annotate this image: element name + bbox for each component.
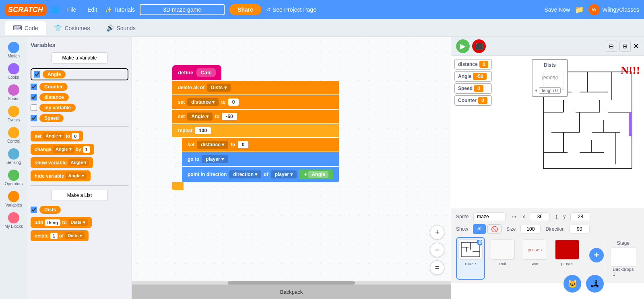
green-flag-button[interactable]: ▶ [456, 39, 470, 53]
var-badge-angle[interactable]: Angle [43, 70, 66, 78]
canvas-scrollbar[interactable] [132, 281, 451, 285]
block-hide-angle[interactable]: hide variable Angle ▾ [31, 170, 128, 181]
block-set-angle[interactable]: set Angle ▾ to 0 [31, 131, 128, 141]
angle-val[interactable]: -50 [222, 113, 237, 120]
angle-dropdown4[interactable]: Angle ▾ [66, 172, 87, 179]
dists-list-dropdown[interactable]: Dists ▾ [207, 84, 231, 92]
edit-menu[interactable]: Edit [84, 5, 100, 14]
set-block[interactable]: set Angle ▾ to 0 [31, 131, 83, 141]
dists-dropdown[interactable]: Dists ▾ [68, 219, 88, 226]
make-list-button[interactable]: Make a List [52, 190, 108, 201]
delete-num-value[interactable]: 1 [50, 233, 58, 239]
block-show-angle[interactable]: show variable Angle ▾ [31, 157, 128, 168]
tab-sounds[interactable]: 🔊 Sounds [98, 21, 144, 35]
sidebar-item-events[interactable]: Events [2, 104, 26, 124]
sidebar-item-control[interactable]: Control [2, 125, 26, 145]
angle-dropdown-canvas[interactable]: Angle ▾ [187, 113, 213, 121]
tab-code[interactable]: ⌨ Code [5, 21, 46, 35]
zoom-fit-button[interactable]: = [430, 260, 444, 275]
add-sprite-button[interactable]: + [589, 248, 604, 262]
hide-variable-block[interactable]: hide variable Angle ▾ [31, 170, 91, 181]
scratch-logo[interactable]: SCRATCH [5, 4, 46, 16]
show-visible-button[interactable]: 👁 [473, 224, 486, 234]
angle-dropdown2[interactable]: Angle ▾ [53, 146, 74, 153]
layout-large-button[interactable]: ⊞ [619, 41, 631, 52]
thing-value[interactable]: thing [45, 219, 60, 226]
save-now-button[interactable]: Save Now [544, 6, 570, 13]
x-input[interactable] [530, 212, 550, 221]
dists-dropdown2[interactable]: Dists ▾ [65, 232, 85, 239]
y-input[interactable] [570, 212, 590, 221]
show-hidden-button[interactable]: 🚫 [487, 224, 502, 234]
make-variable-button[interactable]: Make a Variable [52, 52, 108, 63]
backpack-bar[interactable]: Backpack [132, 285, 451, 299]
change-angle-value[interactable]: 1 [83, 146, 90, 153]
block-delete-dists[interactable]: delete 1 of Dists ▾ [31, 230, 128, 241]
folder-button[interactable]: 📁 [575, 5, 584, 14]
var-checkbox-counter[interactable] [31, 84, 37, 90]
var-badge-counter[interactable]: Counter [39, 83, 68, 91]
size-input[interactable] [520, 225, 541, 233]
direction-dropdown[interactable]: direction ▾ [229, 170, 261, 178]
player-dropdown[interactable]: player ▾ [202, 155, 228, 163]
sidebar-item-sensing[interactable]: Sensing [2, 147, 26, 166]
distance-inner-val[interactable]: 0 [238, 141, 249, 148]
goto-block[interactable]: go to player ▾ [182, 152, 339, 166]
sidebar-item-myblocks[interactable]: My Blocks [2, 211, 26, 230]
sprite-item-player[interactable]: player [553, 237, 582, 280]
set-angle-block[interactable]: set Angle ▾ to -50 [172, 110, 339, 123]
var-checkbox-myvariable[interactable] [31, 104, 37, 111]
block-add-dists[interactable]: add thing to Dists ▾ [31, 217, 128, 228]
tab-costumes[interactable]: 👕 Costumes [46, 21, 98, 35]
user-button[interactable]: W WiingyClasses [588, 4, 639, 15]
share-button[interactable]: Share [229, 4, 261, 15]
sprite-item-win[interactable]: you win win [520, 237, 549, 280]
var-checkbox-distance[interactable] [31, 94, 37, 100]
add-sprite-cat-button[interactable]: 🐱 [564, 275, 581, 293]
fullscreen-button[interactable]: ✕ [633, 42, 639, 51]
var-badge-myvariable[interactable]: my variable [39, 104, 76, 112]
file-menu[interactable]: File [64, 5, 80, 14]
delete-all-block[interactable]: delete all of Dists ▾ [172, 81, 339, 94]
sprite-item-maze[interactable]: 🗑 maze [456, 237, 485, 280]
sidebar-item-motion[interactable]: Motion [2, 40, 26, 60]
angle-dropdown[interactable]: Angle ▾ [43, 133, 64, 139]
stop-button[interactable]: ⬛ [472, 39, 486, 53]
direction-input[interactable] [570, 225, 590, 233]
project-title-input[interactable] [140, 4, 225, 15]
zoom-out-button[interactable]: − [430, 243, 444, 257]
var-checkbox-dists[interactable] [31, 207, 37, 213]
delete-from-list-block[interactable]: delete 1 of Dists ▾ [31, 230, 89, 241]
sidebar-item-variables[interactable]: Variables [2, 189, 26, 209]
add-backdrop-cat-button[interactable]: 🏞 [586, 275, 604, 293]
sprite-delete-maze[interactable]: 🗑 [477, 240, 483, 246]
player-dropdown2[interactable]: player ▾ [271, 170, 297, 178]
set-distance-inner-block[interactable]: set distance ▾ to 0 [182, 138, 339, 152]
var-checkbox-angle[interactable] [34, 71, 40, 78]
sprite-name-input[interactable] [473, 212, 506, 221]
zoom-in-button[interactable]: + [430, 225, 444, 240]
sidebar-item-sound[interactable]: Sound [2, 83, 26, 102]
see-project-button[interactable]: ↺ See Project Page [266, 6, 316, 13]
point-direction-block[interactable]: point in direction direction ▾ of player… [182, 167, 339, 182]
distance-dropdown[interactable]: distance ▾ [187, 98, 219, 106]
block-change-angle[interactable]: change Angle ▾ by 1 [31, 144, 128, 155]
stage-thumb[interactable] [611, 248, 636, 267]
var-checkbox-speed[interactable] [31, 115, 37, 121]
layout-small-button[interactable]: ⊟ [606, 41, 617, 52]
block-group-main[interactable]: define Calc delete all of Dists ▾ set di… [172, 65, 339, 190]
tutorials-button[interactable]: ✨ Tutorials [105, 6, 135, 13]
var-badge-distance[interactable]: distance [39, 93, 69, 101]
distance-val[interactable]: 0 [228, 98, 239, 106]
sprite-item-exit[interactable]: exit [488, 237, 517, 280]
sidebar-item-operators[interactable]: Operators [2, 168, 26, 188]
repeat-block[interactable]: repeat 100 [172, 124, 339, 137]
plus-angle-block[interactable]: + Angle [299, 170, 333, 179]
var-badge-dists[interactable]: Dists [39, 206, 61, 214]
define-calc-block[interactable]: define Calc [172, 65, 221, 80]
repeat-val[interactable]: 100 [195, 127, 211, 134]
angle-dropdown3[interactable]: Angle ▾ [68, 159, 89, 166]
change-block[interactable]: change Angle ▾ by 1 [31, 144, 94, 155]
distance-dropdown2[interactable]: distance ▾ [197, 141, 228, 149]
set-angle-value[interactable]: 0 [72, 133, 79, 139]
